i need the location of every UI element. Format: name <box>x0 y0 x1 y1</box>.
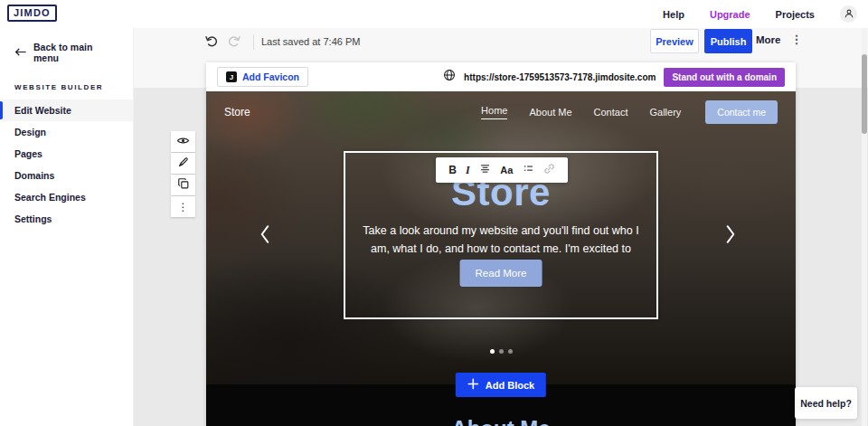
sidebar-item-label: Search Engines <box>14 192 86 203</box>
undo-icon <box>204 33 219 51</box>
carousel-dot-3[interactable] <box>508 349 513 354</box>
add-block-label: Add Block <box>486 380 534 391</box>
site-nav-links: Home About Me Contact Gallery <box>481 105 681 119</box>
sidebar-item-search-engines[interactable]: Search Engines <box>0 186 133 208</box>
site-brand[interactable]: Store <box>224 106 250 118</box>
website-preview: J Add Favicon https://store-1759513573-7… <box>206 62 796 426</box>
carousel-dot-1[interactable] <box>490 349 495 354</box>
link-button[interactable] <box>543 163 555 177</box>
list-icon <box>523 163 534 177</box>
carousel-dot-2[interactable] <box>499 349 504 354</box>
sidebar-item-label: Design <box>14 127 46 137</box>
block-more-button[interactable]: ⋮ <box>171 196 195 217</box>
block-tools: ⋮ <box>171 131 195 217</box>
sidebar-item-settings[interactable]: Settings <box>0 208 133 230</box>
style-block-button[interactable] <box>171 153 195 174</box>
sidebar-section-title: WEBSITE BUILDER <box>0 75 133 99</box>
back-arrow-icon <box>14 47 26 58</box>
sidebar-item-label: Pages <box>14 148 42 159</box>
sidebar-item-label: Settings <box>14 213 52 224</box>
nav-link-about-me[interactable]: About Me <box>529 107 571 118</box>
nav-link-gallery[interactable]: Gallery <box>649 107 681 118</box>
sidebar-item-label: Edit Website <box>14 105 71 116</box>
add-favicon-button[interactable]: J Add Favicon <box>217 67 308 87</box>
scrollbar-thumb[interactable] <box>862 54 867 134</box>
sidebar-item-design[interactable]: Design <box>0 121 133 143</box>
site-url-group: https://store-1759513573-7178.jimdosite.… <box>443 68 785 87</box>
align-center-icon <box>479 163 491 177</box>
copy-icon <box>177 177 190 193</box>
carousel-prev-button[interactable] <box>259 224 271 247</box>
jimdo-editor: JIMDO Help Upgrade Projects Back to main <box>0 0 868 426</box>
sidebar: Back to main menu WEBSITE BUILDER Edit W… <box>0 28 134 426</box>
sidebar-item-edit-website[interactable]: Edit Website <box>0 99 133 121</box>
main-area: Last saved at 7:46 PM Preview Publish Mo… <box>134 28 868 426</box>
italic-button[interactable]: I <box>466 164 470 177</box>
carousel-next-button[interactable] <box>724 224 737 247</box>
eye-icon <box>176 134 190 150</box>
globe-icon <box>443 69 456 85</box>
carousel-dots <box>206 349 796 354</box>
list-button[interactable] <box>523 163 534 177</box>
link-icon <box>543 163 555 177</box>
site-url[interactable]: https://store-1759513573-7178.jimdosite.… <box>464 72 656 82</box>
chevron-left-icon <box>259 233 271 247</box>
upgrade-link[interactable]: Upgrade <box>710 9 750 20</box>
publish-button[interactable]: Publish <box>704 29 752 53</box>
jimdo-logo[interactable]: JIMDO <box>7 5 57 22</box>
contact-me-button[interactable]: Contact me <box>705 100 778 124</box>
scrollbar-track[interactable] <box>862 28 867 426</box>
style-brush-icon <box>177 156 190 171</box>
back-to-main-menu[interactable]: Back to main menu <box>0 28 133 75</box>
person-icon <box>844 6 854 23</box>
hide-block-button[interactable] <box>171 131 195 152</box>
sidebar-item-label: Domains <box>14 170 54 181</box>
bold-button[interactable]: B <box>448 164 457 176</box>
favicon-placeholder-icon: J <box>226 71 237 82</box>
help-link[interactable]: Help <box>663 9 684 20</box>
undo-button[interactable] <box>204 33 219 51</box>
user-avatar[interactable] <box>840 5 857 23</box>
site-navbar: Store Home About Me Contact Gallery Cont… <box>206 91 796 133</box>
top-header: JIMDO Help Upgrade Projects <box>0 0 868 28</box>
font-style-button[interactable]: Aa <box>500 165 513 175</box>
hero-block[interactable]: Store Home About Me Contact Gallery Cont… <box>206 91 796 384</box>
preview-button[interactable]: Preview <box>650 29 699 53</box>
projects-link[interactable]: Projects <box>776 9 815 20</box>
more-button[interactable]: More ⋮ <box>756 33 802 45</box>
back-label: Back to main menu <box>33 42 118 63</box>
plus-icon <box>467 378 479 392</box>
kebab-menu-icon: ⋮ <box>790 33 802 45</box>
kebab-menu-icon: ⋮ <box>178 202 189 213</box>
sidebar-item-pages[interactable]: Pages <box>0 143 133 165</box>
add-block-button[interactable]: Add Block <box>456 373 546 397</box>
sidebar-item-domains[interactable]: Domains <box>0 165 133 186</box>
next-section-title-partial: About Me <box>451 418 550 426</box>
text-format-toolbar: B I Aa <box>436 157 568 183</box>
last-saved-status: Last saved at 7:46 PM <box>261 36 360 47</box>
sidebar-nav: Edit Website Design Pages Domains Search… <box>0 99 133 230</box>
need-help-button[interactable]: Need help? <box>795 387 857 419</box>
align-center-button[interactable] <box>479 163 491 177</box>
nav-link-contact[interactable]: Contact <box>594 107 628 118</box>
add-favicon-label: Add Favicon <box>242 71 299 82</box>
favicon-bar: J Add Favicon https://store-1759513573-7… <box>206 62 796 91</box>
nav-link-home[interactable]: Home <box>481 105 507 119</box>
domain-cta-button[interactable]: Stand out with a domain <box>664 68 785 87</box>
read-more-button[interactable]: Read More <box>460 260 542 287</box>
chevron-right-icon <box>724 233 737 247</box>
header-links: Help Upgrade Projects <box>663 0 868 28</box>
duplicate-block-button[interactable] <box>171 175 195 195</box>
redo-icon <box>227 33 241 51</box>
toolbar-divider <box>253 34 254 50</box>
more-label: More <box>756 34 780 45</box>
redo-button[interactable] <box>227 33 241 51</box>
